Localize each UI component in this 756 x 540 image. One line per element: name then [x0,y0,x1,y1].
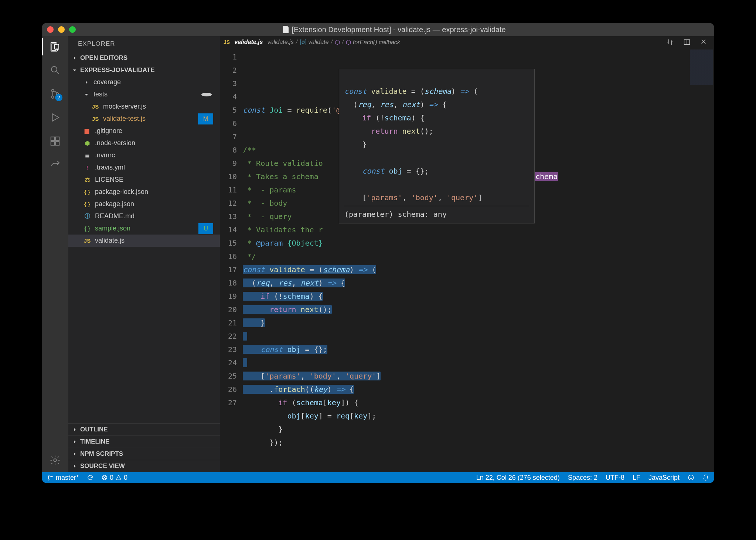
code-line[interactable]: ['params', 'body', 'query'] [243,369,688,383]
tabbar: JS validate.js validate.js/[ø] validate/… [220,36,714,48]
svg-point-16 [48,475,49,476]
code-line[interactable]: .forEach((key) => { [243,383,688,396]
project-label: EXPRESS-JOI-VALIDATE [80,66,155,74]
code-content[interactable]: const validate = (schema) => ( (req, res… [243,48,688,472]
source-control-icon[interactable]: 2 [48,87,62,100]
eol-status[interactable]: LF [633,474,640,482]
code-line[interactable] [243,356,688,369]
notifications-icon[interactable] [702,474,709,481]
window-title-text: [Extension Development Host] - validate.… [292,25,505,34]
activity-bar: 2 [42,36,68,472]
project-section[interactable]: EXPRESS-JOI-VALIDATE [68,64,220,76]
search-icon[interactable] [48,64,62,77]
file-row[interactable]: ⓘREADME.md [68,210,220,222]
hover-signature: (parameter) schema: any [344,210,447,219]
code-line[interactable]: * Validates the r [243,223,688,236]
sidebar-section-outline[interactable]: OUTLINE [68,423,220,435]
indentation-status[interactable]: Spaces: 2 [568,474,597,482]
file-modified-dot [201,93,212,96]
code-line[interactable]: const validate = (schema) => ( [243,263,688,276]
file-row[interactable]: { }package.json [68,198,220,210]
folder-row[interactable]: coverage [68,76,220,88]
svg-point-11 [54,459,57,462]
code-line[interactable]: obj[key] = req[key]; [243,409,688,423]
warning-count: 0 [124,474,127,482]
cursor-position[interactable]: Ln 22, Col 26 (276 selected) [476,474,560,482]
breadcrumb-segment[interactable]: ⬡ forEach() callback [346,39,400,46]
file-row[interactable]: JSmock-server.js [68,100,220,113]
code-line[interactable]: (req, res, next) => { [243,276,688,290]
settings-gear-icon[interactable] [48,454,62,467]
code-line[interactable]: return next(); [243,303,688,316]
breadcrumb-segment[interactable]: [ø] validate [300,39,328,45]
minimize-window-button[interactable] [58,26,65,33]
file-status: U [198,223,213,234]
file-tree: coveragetestsJSmock-server.jsJSvalidate-… [68,76,220,423]
code-line[interactable]: const obj = {}; [243,343,688,356]
sidebar-section-npm-scripts[interactable]: NPM SCRIPTS [68,448,220,460]
sidebar-section-source-view[interactable]: SOURCE VIEW [68,460,220,472]
code-line[interactable]: }); [243,436,688,449]
code-line[interactable] [243,329,688,343]
svg-point-1 [51,66,57,72]
close-tab-icon[interactable] [700,38,707,46]
code-line[interactable]: if (!schema) { [243,290,688,303]
extensions-icon[interactable] [48,134,62,148]
svg-point-18 [51,476,52,477]
status-bar: master* 0 0 Ln 22, Col 26 (276 selected)… [42,472,714,483]
explorer-icon[interactable] [48,40,62,53]
file-row[interactable]: ⬢.node-version [68,137,220,149]
breadcrumb[interactable]: validate.js/[ø] validate/⬡ /⬡ forEach() … [268,39,400,46]
explorer-sidebar: EXPLORER OPEN EDITORS EXPRESS-JOI-VALIDA… [68,36,220,472]
close-window-button[interactable] [47,26,54,33]
breadcrumb-segment[interactable]: ⬡ [335,39,340,46]
compare-changes-icon[interactable] [666,38,674,46]
svg-point-3 [52,89,54,92]
folder-row[interactable]: tests [68,88,220,100]
svg-point-22 [688,475,694,480]
sidebar-section-timeline[interactable]: TIMELINE [68,435,220,448]
yaml-file-icon: ! [83,164,91,172]
code-line[interactable] [243,449,688,462]
code-line[interactable]: if (schema[key]) { [243,396,688,409]
code-line[interactable]: } [243,423,688,436]
file-row[interactable]: { }sample.jsonU [68,222,220,235]
share-icon[interactable] [48,158,62,171]
chevron-icon [83,79,90,86]
file-row[interactable]: JSvalidate-test.jsM [68,113,220,125]
breadcrumb-segment[interactable]: validate.js [268,39,294,45]
markdown-file-icon: ⓘ [83,212,91,221]
open-editors-section[interactable]: OPEN EDITORS [68,52,220,64]
maximize-window-button[interactable] [69,26,76,33]
traffic-lights [47,26,76,33]
sync-status[interactable] [87,474,93,481]
language-mode[interactable]: JavaScript [648,474,680,482]
file-row[interactable]: { }package-lock.json [68,186,220,198]
file-row[interactable]: !.travis.yml [68,161,220,174]
open-editors-label: OPEN EDITORS [80,54,127,62]
file-name: README.md [95,212,134,220]
minimap[interactable] [688,48,714,472]
feedback-icon[interactable] [688,474,694,481]
file-row[interactable]: JSvalidate.js [68,235,220,247]
svg-marker-6 [52,114,59,121]
file-name: LICENSE [95,176,123,184]
code-line[interactable]: * @param {Object} [243,236,688,250]
file-name: .travis.yml [95,164,125,171]
code-line[interactable]: } [243,316,688,329]
git-branch-status[interactable]: master* [47,474,79,482]
split-editor-icon[interactable] [683,38,691,46]
code-area[interactable]: 1234567891011121314151617181920212223242… [220,48,714,472]
js-file-icon: JS [91,115,99,123]
tab-filename[interactable]: validate.js [234,39,263,45]
run-debug-icon[interactable] [48,111,62,124]
file-row[interactable]: ◆.gitignore [68,125,220,137]
code-line[interactable]: */ [243,250,688,263]
svg-rect-9 [55,141,59,145]
chevron-icon [83,91,90,98]
problems-status[interactable]: 0 0 [102,474,127,482]
encoding-status[interactable]: UTF-8 [606,474,624,482]
file-row[interactable]: ≣.nvmrc [68,149,220,161]
file-row[interactable]: ⚖LICENSE [68,174,220,186]
window-title: [Extension Development Host] - validate.… [79,25,709,34]
